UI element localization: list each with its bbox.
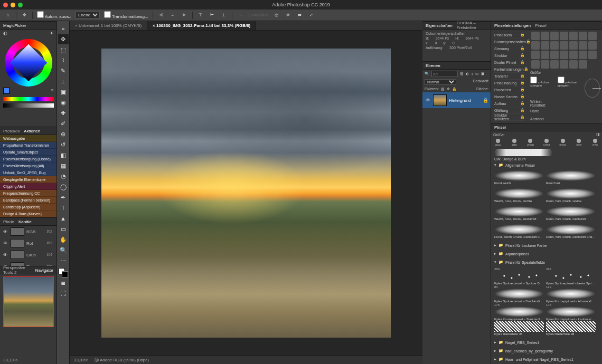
blend-mode-select[interactable]: Normal [425,79,456,85]
preset-toggle-icon[interactable]: ◨ [596,132,600,137]
action-item[interactable]: Pixelmüllentsorgung (Ebene) [0,156,57,162]
brush-folder-hair[interactable]: 📁 hair_brushes_by_lpdragonfly [491,347,602,355]
healing-tool[interactable]: ✚ [58,108,69,118]
brushes-preset-tab[interactable]: Pinsel [494,125,506,130]
channel-visibility-icon[interactable]: 👁 [2,229,8,234]
status-doc-info[interactable]: Ⓓ Adobe RGB (1998) (8bpc) [95,357,149,363]
quickmask-tool[interactable]: ◙ [58,277,69,288]
color-diamond[interactable] [10,44,47,82]
align-left-icon[interactable]: ⫷ [157,12,165,19]
hue-slider[interactable] [3,97,54,101]
3d-pan-icon[interactable]: ✥ [285,12,292,19]
brush-size-row[interactable]: 694788200010582000938879 [491,138,602,148]
document-tab[interactable]: × 100830_IMG_3032-Pano-1.tif bei 33,3% (… [147,21,256,30]
actions-tab[interactable]: Aktionen [24,129,40,133]
brush-preset-item[interactable]: Weich, rund, Druck, Deckkraft [493,205,545,223]
brush-setting-item[interactable]: Nasse Kanten🔒 [494,93,525,100]
mirror-x-checkbox[interactable]: x-Achse spiegeln [530,76,556,100]
brush-setting-item[interactable]: Farbeinstellungen🔒 [494,66,525,73]
lock-all-icon[interactable]: 🔒 [452,87,457,91]
brush-preset-item[interactable]: Rund, hart, Druck, Deckkraft [545,205,597,223]
brush-preset-item[interactable]: 284Kyles Spritzerpinsel – Spritzer Bot T… [493,266,545,284]
brush-setting-item[interactable]: Transfer🔒 [494,73,525,80]
brush-preset-item[interactable]: Weich, rund, Druck, Größe [493,187,545,205]
picker-star-icon[interactable]: ✦ [50,31,54,36]
filter-smart-icon[interactable]: ▣ [481,72,485,76]
shape-tool[interactable]: ▭ [58,224,69,234]
layer-row-background[interactable]: 👁 Hintergrund 🔒 [422,92,491,108]
action-item[interactable]: Gespiegelte Ebenenkopie [0,176,57,183]
brush-size-preset[interactable]: 879 [590,139,600,147]
docma-tab[interactable]: DOCMA – Freistellen [457,21,487,30]
perspective-tab[interactable]: Perspective Tools 2 [3,265,31,275]
color-swatches[interactable] [59,268,68,277]
document-tab[interactable]: × Unbenannt-1 bei 100% (CMYK/8) [70,21,147,30]
hand-tool[interactable]: ✋ [58,234,69,245]
crop-tool[interactable]: ⟂ [58,76,69,87]
brush-size-preset[interactable]: 694 [493,139,503,147]
brush-folder-nagel[interactable]: 📁 Nagel_RBS_Series1 [491,338,602,347]
history-tab[interactable]: Protokoll [3,129,20,133]
brush-preset-item[interactable]: 175Kyles Konzeptpinsel – Laubmischung 2 [545,302,597,320]
gradient-tool[interactable]: ▦ [58,160,69,171]
brush-folder-dry[interactable]: 📁 Pinsel für trockene Farbe [491,241,602,250]
brush-preset-item[interactable]: Kyles Rasterfolie 35 [493,320,545,338]
move-tool[interactable]: ✥ [58,34,69,44]
3d-scale-icon[interactable]: ⤢ [308,12,315,19]
channel-row[interactable]: 👁Grün⌘4 [0,249,57,261]
align-center-v-icon[interactable]: ⊢ [209,12,216,19]
magicpicker-header[interactable]: MagicPicker [0,21,57,30]
layer-filter-input[interactable] [431,71,458,77]
blur-tool[interactable]: ◔ [58,171,69,181]
picker-settings-icon[interactable]: ≡ [51,88,53,94]
brush-setting-item[interactable]: Dualer Pinsel🔒 [494,59,525,66]
value-slider[interactable] [3,103,54,108]
brush-preset-item[interactable]: 175Kyles Konzeptpinsel – Standardfüllung [493,302,545,320]
channel-visibility-icon[interactable]: 👁 [2,253,8,257]
frame-tool[interactable]: ▣ [58,87,69,97]
3d-orbit-icon[interactable]: ◎ [273,12,280,19]
canvas-viewport[interactable] [70,31,422,356]
action-item[interactable]: Proportional Transformieren [0,142,57,149]
brush-size-preset[interactable]: 1058 [542,139,551,147]
lock-position-icon[interactable]: ✥ [447,87,450,91]
brush-preset-item[interactable]: Rund hart [545,169,597,187]
brush-tab2[interactable]: Pinsel [535,23,547,28]
action-item[interactable]: Clipping Alert [0,183,57,190]
align-center-h-icon[interactable]: ≡ [169,12,176,19]
brush-size-preset[interactable]: 2000 [525,139,535,147]
action-item[interactable]: Update_SmartObject [0,149,57,156]
brush-folder-general[interactable]: 📁 Allgemeine Pinsel [491,161,602,169]
layer-visibility-icon[interactable]: 👁 [425,98,431,103]
brush-settings-tab[interactable]: Pinseleinstellungen [494,23,531,28]
brush-tool[interactable]: ✐ [58,118,69,129]
brush-setting-item[interactable]: Pinselform🔒 [494,32,525,39]
align-top-icon[interactable]: ⊤ [197,12,204,19]
action-item[interactable]: Unfuck_SmO_JPEG_Bug [0,169,57,176]
align-bottom-icon[interactable]: ⊥ [220,12,228,19]
filter-type-icon[interactable]: T [471,72,473,76]
move-tool-icon[interactable]: ✥ [21,12,28,19]
brush-setting-item[interactable]: Struktur schützen🔒 [494,114,525,121]
brush-preset-item[interactable]: Rund, hart, Druck, Größe [545,187,597,205]
brush-folder-fx[interactable]: 📁 Pinsel für Spezialeffekte [491,258,602,266]
brush-setting-item[interactable]: Pinselhaltung🔒 [494,80,525,87]
action-item[interactable]: Webausgabe [0,135,57,142]
action-item[interactable]: Dodge & Burn (Kurven) [0,210,57,217]
mirror-y-checkbox[interactable]: y-Achse spiegeln [558,76,583,100]
screenmode-tool[interactable]: ⛶ [58,288,69,299]
filter-shape-icon[interactable]: ▭ [475,72,479,76]
status-zoom[interactable]: 33,33% [74,358,88,362]
lasso-tool[interactable]: ⌇ [58,55,69,65]
type-tool[interactable]: T [58,203,69,213]
zoom-tool[interactable]: 🔍 [58,245,69,255]
minimize-window-icon[interactable] [11,3,15,7]
maximize-window-icon[interactable] [18,3,23,7]
action-item[interactable]: Pixelmüllentsorgung (All) [0,162,57,169]
picker-mode-icon[interactable]: ◐ [3,31,7,36]
action-item[interactable]: Frequenztrennung CC [0,190,57,197]
auto-select-checkbox[interactable]: Autom. ausw.: [37,11,71,19]
brush-preset-item[interactable]: 284Kyles Spritzerpinsel – beste Spritzer… [545,266,597,284]
3d-slide-icon[interactable]: ⇄ [296,12,304,19]
brush-setting-item[interactable]: Rauschen🔒 [494,87,525,93]
